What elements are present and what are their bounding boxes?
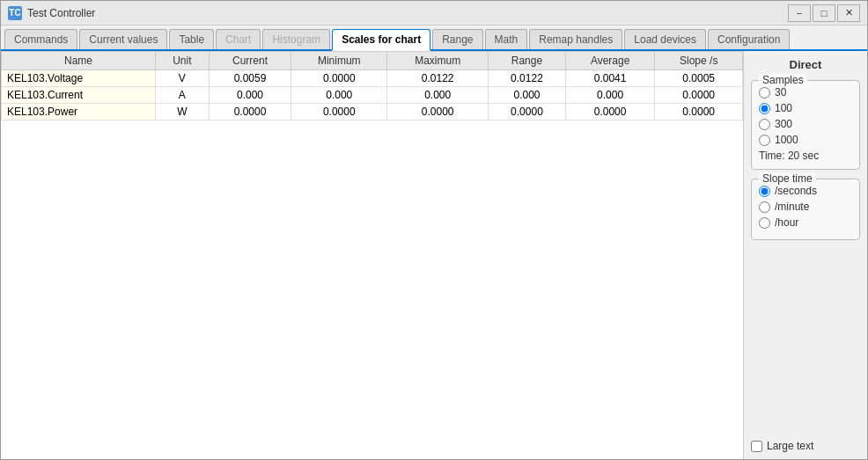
tab-bar: CommandsCurrent valuesTableChartHistogra… (1, 26, 867, 51)
row-name: KEL103.Current (2, 87, 156, 104)
table-header: NameUnitCurrentMinimumMaximumRangeAverag… (2, 52, 743, 70)
row-value: V (156, 70, 210, 87)
col-header-name: Name (2, 52, 156, 70)
content-area: NameUnitCurrentMinimumMaximumRangeAverag… (1, 51, 867, 459)
slope-radio-seconds[interactable] (759, 186, 770, 197)
main-window: TC Test Controller − □ ✕ CommandsCurrent… (0, 0, 868, 460)
samples-group: Samples 301003001000 Time: 20 sec (751, 80, 860, 170)
slope-radio-hour[interactable] (759, 217, 770, 229)
row-value: 0.0000 (387, 104, 489, 120)
slope-option-minute[interactable]: /minute (759, 201, 852, 213)
sample-label-30: 30 (775, 86, 786, 99)
samples-options: 301003001000 (759, 86, 852, 146)
slope-option-hour[interactable]: /hour (759, 216, 852, 229)
tab-table[interactable]: Table (169, 29, 214, 49)
main-panel: NameUnitCurrentMinimumMaximumRangeAverag… (1, 51, 744, 459)
sample-option-300[interactable]: 300 (759, 118, 852, 130)
sample-radio-100[interactable] (759, 103, 770, 114)
tab-configuration[interactable]: Configuration (708, 29, 790, 49)
large-text-label[interactable]: Large text (767, 440, 813, 452)
direct-section: Direct (751, 58, 860, 71)
sample-radio-30[interactable] (759, 87, 770, 99)
row-value: 0.0059 (209, 70, 291, 87)
slope-label-minute: /minute (775, 201, 809, 213)
row-value: 0.0000 (655, 104, 743, 120)
sample-label-300: 300 (775, 118, 792, 130)
col-header-minimum: Minimum (291, 52, 387, 70)
table-body: KEL103.VoltageV0.00590.00000.01220.01220… (2, 70, 743, 120)
row-value: 0.0000 (655, 87, 743, 104)
sample-radio-300[interactable] (759, 119, 770, 130)
time-display: Time: 20 sec (759, 150, 852, 162)
row-value: 0.0000 (489, 104, 566, 120)
sample-label-100: 100 (775, 102, 792, 114)
tab-math[interactable]: Math (485, 29, 528, 49)
row-value: 0.0041 (565, 70, 655, 87)
large-text-row: Large text (751, 440, 860, 452)
col-header-maximum: Maximum (387, 52, 489, 70)
col-header-current: Current (209, 52, 291, 70)
tab-load-devices[interactable]: Load devices (624, 29, 706, 49)
slope-option-seconds[interactable]: /seconds (759, 185, 852, 197)
sample-option-30[interactable]: 30 (759, 86, 852, 99)
row-value: 0.0122 (387, 70, 489, 87)
table-row[interactable]: KEL103.VoltageV0.00590.00000.01220.01220… (2, 70, 743, 87)
sample-radio-1000[interactable] (759, 135, 770, 146)
slope-label-hour: /hour (775, 216, 798, 229)
col-header-slope-s: Slope /s (655, 52, 743, 70)
row-name: KEL103.Power (2, 104, 156, 120)
close-button[interactable]: ✕ (837, 4, 860, 22)
large-text-checkbox[interactable] (751, 441, 762, 452)
slope-radio-minute[interactable] (759, 201, 770, 213)
row-value: 0.0000 (565, 104, 655, 120)
slope-time-title: Slope time (759, 172, 816, 185)
window-controls: − □ ✕ (788, 4, 860, 22)
title-bar: TC Test Controller − □ ✕ (1, 1, 867, 26)
sample-option-1000[interactable]: 1000 (759, 134, 852, 146)
col-header-unit: Unit (156, 52, 210, 70)
slope-time-group: Slope time /seconds/minute/hour (751, 179, 860, 240)
sample-label-1000: 1000 (775, 134, 798, 146)
data-table: NameUnitCurrentMinimumMaximumRangeAverag… (1, 51, 743, 120)
tab-remap-handles[interactable]: Remap handles (529, 29, 622, 49)
direct-label: Direct (790, 58, 822, 71)
row-value: A (156, 87, 210, 104)
row-value: 0.000 (489, 87, 566, 104)
tab-chart: Chart (216, 29, 261, 49)
row-value: 0.000 (209, 87, 291, 104)
row-value: 0.0000 (209, 104, 291, 120)
sample-option-100[interactable]: 100 (759, 102, 852, 114)
tab-histogram: Histogram (262, 29, 330, 49)
app-icon: TC (8, 6, 22, 20)
tab-scales-for-chart[interactable]: Scales for chart (332, 29, 430, 51)
row-value: 0.0005 (655, 70, 743, 87)
tab-commands[interactable]: Commands (4, 29, 77, 49)
row-value: W (156, 104, 210, 120)
row-value: 0.0000 (291, 70, 387, 87)
col-header-average: Average (565, 52, 655, 70)
slope-label-seconds: /seconds (775, 185, 817, 197)
table-row[interactable]: KEL103.PowerW0.00000.00000.00000.00000.0… (2, 104, 743, 120)
col-header-range: Range (489, 52, 566, 70)
tab-current-values[interactable]: Current values (79, 29, 167, 49)
right-panel: Direct Samples 301003001000 Time: 20 sec… (744, 51, 867, 459)
samples-title: Samples (759, 74, 807, 86)
row-value: 0.000 (291, 87, 387, 104)
row-value: 0.000 (387, 87, 489, 104)
table-row[interactable]: KEL103.CurrentA0.0000.0000.0000.0000.000… (2, 87, 743, 104)
row-name: KEL103.Voltage (2, 70, 156, 87)
row-value: 0.0122 (489, 70, 566, 87)
maximize-button[interactable]: □ (813, 4, 835, 22)
window-title: Test Controller (27, 7, 788, 19)
tab-range[interactable]: Range (432, 29, 482, 49)
row-value: 0.000 (565, 87, 655, 104)
slope-options: /seconds/minute/hour (759, 185, 852, 229)
row-value: 0.0000 (291, 104, 387, 120)
header-row: NameUnitCurrentMinimumMaximumRangeAverag… (2, 52, 743, 70)
bottom-area: Large text (751, 433, 860, 452)
minimize-button[interactable]: − (788, 4, 811, 22)
